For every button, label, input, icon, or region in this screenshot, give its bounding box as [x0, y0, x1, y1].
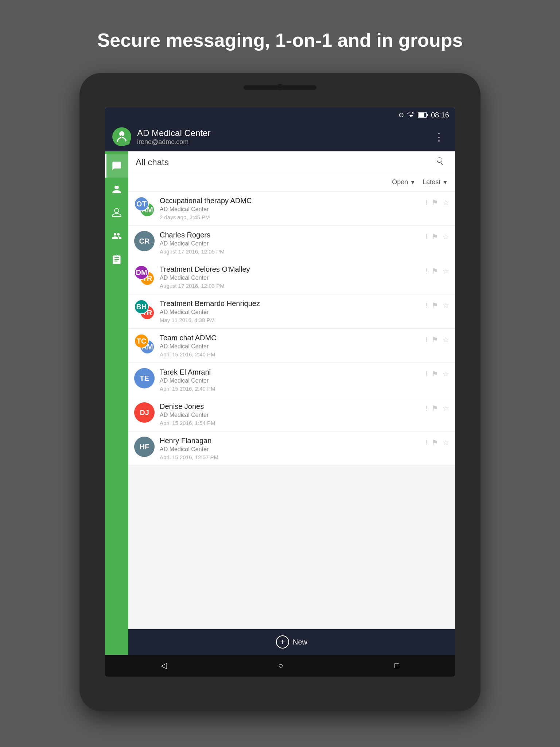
priority-icon[interactable]: !: [425, 267, 427, 275]
flag-icon[interactable]: ⚑: [432, 404, 438, 413]
chat-actions: ! ⚑ ☆: [425, 197, 449, 207]
chat-info: Treatment Delores O'Malley AD Medical Ce…: [160, 265, 425, 289]
sidebar: [105, 151, 128, 655]
chat-name: Charles Rogers: [160, 231, 425, 239]
chat-item[interactable]: BH TR Treatment Bernardo Henriquez AD Me…: [128, 294, 455, 329]
flag-icon[interactable]: ⚑: [432, 369, 438, 378]
star-icon[interactable]: ☆: [443, 198, 449, 207]
star-icon[interactable]: ☆: [443, 404, 449, 413]
avatar-initials: DM: [135, 266, 148, 279]
svg-rect-7: [116, 185, 118, 186]
chat-time: April 15 2016, 12:57 PM: [160, 454, 425, 460]
chat-item[interactable]: DJ Denise Jones AD Medical Center April …: [128, 397, 455, 431]
new-chat-button[interactable]: + New: [276, 635, 307, 649]
chat-name: Denise Jones: [160, 402, 425, 411]
status-icons: ⊖ 08:16: [398, 111, 449, 119]
chat-item[interactable]: OT AM Occupational therapy ADMC AD Medic…: [128, 191, 455, 226]
chat-org: AD Medical Center: [160, 275, 425, 281]
flag-icon[interactable]: ⚑: [432, 301, 438, 310]
sidebar-item-contacts[interactable]: [105, 201, 128, 224]
chat-item[interactable]: DM TR Treatment Delores O'Malley AD Medi…: [128, 260, 455, 294]
sort-chevron-icon: ▼: [443, 179, 448, 185]
chat-org: AD Medical Center: [160, 206, 425, 213]
star-icon[interactable]: ☆: [443, 267, 449, 275]
chat-info: Team chat ADMC AD Medical Center April 1…: [160, 334, 425, 357]
flag-icon[interactable]: ⚑: [432, 438, 438, 447]
chat-org: AD Medical Center: [160, 343, 425, 350]
chat-name: Henry Flanagan: [160, 437, 425, 445]
chat-list-scroll: OT AM Occupational therapy ADMC AD Medic…: [128, 191, 455, 629]
chat-time: April 15 2016, 2:40 PM: [160, 386, 425, 392]
avatar-initials: BH: [135, 300, 148, 313]
person-badge-icon: [112, 184, 122, 194]
sidebar-item-patients[interactable]: [105, 178, 128, 201]
chat-org: AD Medical Center: [160, 240, 425, 247]
chat-time: April 15 2016, 2:40 PM: [160, 351, 425, 357]
chat-name: Tarek El Amrani: [160, 368, 425, 376]
priority-icon[interactable]: !: [425, 198, 427, 207]
chat-org: AD Medical Center: [160, 378, 425, 384]
priority-icon[interactable]: !: [425, 233, 427, 241]
flag-icon[interactable]: ⚑: [432, 267, 438, 275]
chat-item[interactable]: HF Henry Flanagan AD Medical Center Apri…: [128, 431, 455, 466]
chat-org: AD Medical Center: [160, 412, 425, 418]
svg-rect-2: [427, 114, 428, 116]
chat-info: Henry Flanagan AD Medical Center April 1…: [160, 437, 425, 460]
star-icon[interactable]: ☆: [443, 369, 449, 378]
chat-actions: ! ⚑ ☆: [425, 402, 449, 413]
chat-list-area: All chats Open ▼ Latest ▼: [128, 151, 455, 655]
sort-filter-label: Latest: [423, 178, 440, 186]
person-outline-icon: [112, 208, 122, 218]
tablet-camera: [277, 84, 283, 90]
star-icon[interactable]: ☆: [443, 438, 449, 447]
android-nav: ◁ ○ □: [105, 655, 455, 677]
avatar-initials: DJ: [134, 402, 155, 423]
chat-org: AD Medical Center: [160, 446, 425, 453]
chat-actions: ! ⚑ ☆: [425, 265, 449, 275]
battery-icon: [418, 112, 428, 118]
chat-org: AD Medical Center: [160, 309, 425, 316]
priority-icon[interactable]: !: [425, 370, 427, 378]
star-icon[interactable]: ☆: [443, 301, 449, 310]
flag-icon[interactable]: ⚑: [432, 198, 438, 207]
flag-icon[interactable]: ⚑: [432, 232, 438, 241]
back-button[interactable]: ◁: [153, 658, 174, 673]
chat-item[interactable]: CR Charles Rogers AD Medical Center Augu…: [128, 226, 455, 260]
sidebar-item-groups[interactable]: [105, 224, 128, 248]
chat-list-header: All chats: [128, 151, 455, 173]
single-avatar: HF: [134, 437, 155, 457]
chat-item[interactable]: TE Tarek El Amrani AD Medical Center Apr…: [128, 363, 455, 397]
star-icon[interactable]: ☆: [443, 335, 449, 344]
home-button[interactable]: ○: [271, 658, 290, 673]
single-avatar: TE: [134, 368, 155, 388]
avatar-initials: CR: [134, 231, 155, 251]
status-time: 08:16: [431, 111, 449, 119]
priority-icon[interactable]: !: [425, 438, 427, 447]
avatar-initials: TE: [134, 368, 155, 388]
wifi-icon: [407, 112, 415, 118]
app-logo: [112, 127, 131, 146]
sort-filter[interactable]: Latest ▼: [423, 178, 448, 186]
status-filter[interactable]: Open ▼: [392, 178, 415, 186]
chat-name: Treatment Delores O'Malley: [160, 265, 425, 274]
priority-icon[interactable]: !: [425, 404, 427, 413]
priority-icon[interactable]: !: [425, 336, 427, 344]
chat-actions: ! ⚑ ☆: [425, 299, 449, 310]
star-icon[interactable]: ☆: [443, 232, 449, 241]
header-more-button[interactable]: ⋮: [431, 128, 448, 146]
search-button[interactable]: [433, 154, 448, 171]
priority-icon[interactable]: !: [425, 301, 427, 310]
chat-name: Occupational therapy ADMC: [160, 197, 425, 205]
sidebar-item-chat[interactable]: [105, 154, 128, 178]
recent-button[interactable]: □: [387, 658, 407, 673]
avatar-initials: TC: [135, 334, 148, 348]
avatar-initials: OT: [135, 197, 148, 210]
sidebar-item-records[interactable]: [105, 248, 128, 271]
main-area: All chats Open ▼ Latest ▼: [105, 151, 455, 655]
chat-item[interactable]: TC AM Team chat ADMC AD Medical Center A…: [128, 329, 455, 363]
chat-time: August 17 2016, 12:03 PM: [160, 283, 425, 289]
tablet-screen: ⊖ 08:16: [105, 108, 455, 677]
chat-time: May 11 2016, 4:38 PM: [160, 317, 425, 323]
filter-row: Open ▼ Latest ▼: [128, 173, 455, 191]
flag-icon[interactable]: ⚑: [432, 335, 438, 344]
